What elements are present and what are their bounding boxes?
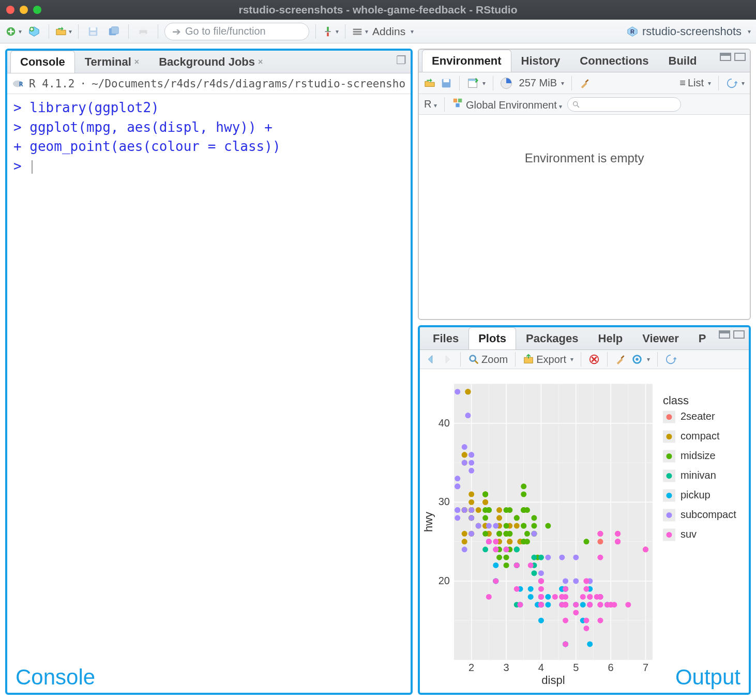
clear-plots-button[interactable] xyxy=(615,354,626,365)
save-all-button[interactable] xyxy=(105,23,122,40)
svg-point-317 xyxy=(667,453,672,459)
tab-packages[interactable]: Packages xyxy=(516,327,588,349)
publish-button[interactable]: ▾ xyxy=(631,354,650,365)
svg-point-213 xyxy=(455,389,460,394)
tab-background-jobs[interactable]: Background Jobs× xyxy=(149,51,273,73)
svg-point-286 xyxy=(514,562,520,568)
remove-plot-button[interactable] xyxy=(588,354,600,365)
broom-icon xyxy=(579,78,591,89)
svg-point-225 xyxy=(486,523,492,529)
tab-history[interactable]: History xyxy=(511,50,570,72)
vcs-button[interactable]: ▾ xyxy=(322,23,339,40)
svg-point-82 xyxy=(462,531,467,537)
project-menu[interactable]: R rstudio-screenshots ▾ xyxy=(627,25,751,38)
publish-icon xyxy=(631,354,643,365)
minimize-window-button[interactable] xyxy=(20,6,28,14)
tab-environment[interactable]: Environment xyxy=(422,50,511,72)
svg-point-134 xyxy=(486,507,492,513)
pane-minimize-icon[interactable] xyxy=(720,53,731,61)
svg-point-77 xyxy=(468,492,474,497)
svg-point-130 xyxy=(482,515,488,521)
clear-workspace-button[interactable] xyxy=(579,78,591,89)
close-icon[interactable]: × xyxy=(258,57,263,67)
print-button[interactable] xyxy=(135,23,152,40)
tab-help[interactable]: Help xyxy=(588,327,633,349)
svg-point-251 xyxy=(615,531,621,537)
svg-rect-2 xyxy=(8,31,14,32)
save-workspace-button[interactable] xyxy=(441,78,452,89)
memory-usage[interactable]: 257 MiB▾ xyxy=(501,77,564,89)
svg-rect-32 xyxy=(456,103,459,107)
tab-viewer[interactable]: Viewer xyxy=(632,327,689,349)
svg-text:class: class xyxy=(663,394,689,407)
new-project-button[interactable] xyxy=(26,23,42,40)
scope-selector[interactable]: Global Environment▾ xyxy=(452,97,562,111)
svg-rect-15 xyxy=(327,26,329,31)
goto-file-function-input[interactable]: ➔ Go to file/function xyxy=(164,23,309,40)
console-output[interactable]: > library(ggplot2) > ggplot(mpg, aes(dis… xyxy=(7,94,411,693)
env-empty-text: Environment is empty xyxy=(525,151,644,165)
close-window-button[interactable] xyxy=(6,6,14,14)
svg-point-297 xyxy=(486,594,492,600)
svg-point-289 xyxy=(594,594,600,600)
tab-files[interactable]: Files xyxy=(423,327,468,349)
pane-maximize-icon[interactable] xyxy=(733,330,745,339)
svg-point-129 xyxy=(531,523,537,529)
pane-popout-icon[interactable]: ❐ xyxy=(396,54,406,67)
svg-point-240 xyxy=(462,460,467,466)
tab-console[interactable]: Console xyxy=(10,51,75,73)
env-search-input[interactable] xyxy=(567,97,681,112)
tab-build[interactable]: Build xyxy=(659,50,707,72)
addins-menu[interactable]: Addins ▾ xyxy=(372,25,414,38)
refresh-env-button[interactable]: ▾ xyxy=(726,78,745,89)
open-file-button[interactable]: ▾ xyxy=(55,23,72,40)
svg-point-94 xyxy=(462,452,467,458)
maximize-window-button[interactable] xyxy=(33,6,41,14)
close-icon[interactable]: × xyxy=(134,57,139,67)
zoom-icon xyxy=(468,354,479,365)
svg-point-104 xyxy=(514,523,520,529)
import-dataset-button[interactable]: ▾ xyxy=(467,78,486,89)
svg-rect-42 xyxy=(454,384,653,660)
svg-point-256 xyxy=(597,618,603,623)
svg-point-275 xyxy=(528,562,534,568)
svg-point-232 xyxy=(545,555,551,560)
plot-prev-button[interactable] xyxy=(425,354,436,365)
tab-connections[interactable]: Connections xyxy=(570,50,658,72)
view-mode-list[interactable]: ≡ List▾ xyxy=(679,77,711,89)
svg-point-311 xyxy=(667,414,672,420)
export-button[interactable]: Export▾ xyxy=(523,354,573,366)
svg-text:pickup: pickup xyxy=(681,490,710,501)
svg-point-170 xyxy=(514,546,520,552)
save-button[interactable] xyxy=(85,23,101,40)
plots-toolbar: Zoom Export▾ ▾ xyxy=(420,350,749,369)
svg-point-124 xyxy=(545,523,551,529)
svg-point-205 xyxy=(538,618,544,623)
language-selector[interactable]: R▾ xyxy=(424,98,436,110)
refresh-plot-button[interactable] xyxy=(665,354,676,365)
svg-point-114 xyxy=(496,515,502,521)
svg-point-164 xyxy=(524,507,530,513)
tab-terminal[interactable]: Terminal× xyxy=(75,51,149,73)
load-workspace-button[interactable] xyxy=(424,78,435,89)
pane-maximize-icon[interactable] xyxy=(734,53,746,61)
svg-point-231 xyxy=(538,570,544,576)
svg-text:2: 2 xyxy=(468,662,474,674)
svg-point-279 xyxy=(563,641,568,647)
svg-text:hwy: hwy xyxy=(423,512,435,532)
svg-point-301 xyxy=(518,602,523,607)
new-file-button[interactable]: ▾ xyxy=(5,23,22,40)
pane-label-console: Console xyxy=(16,665,95,690)
plot-next-button[interactable] xyxy=(442,354,453,365)
svg-point-156 xyxy=(521,492,526,497)
tab-plots[interactable]: Plots xyxy=(468,327,516,349)
svg-point-174 xyxy=(531,555,537,560)
pane-minimize-icon[interactable] xyxy=(719,330,730,339)
svg-text:6: 6 xyxy=(608,662,614,674)
zoom-button[interactable]: Zoom xyxy=(468,354,508,366)
tab-presentation[interactable]: P xyxy=(689,327,716,349)
tools-button[interactable]: ▾ xyxy=(352,23,368,40)
svg-point-89 xyxy=(507,539,512,544)
svg-point-78 xyxy=(468,499,474,505)
svg-rect-6 xyxy=(31,28,33,29)
